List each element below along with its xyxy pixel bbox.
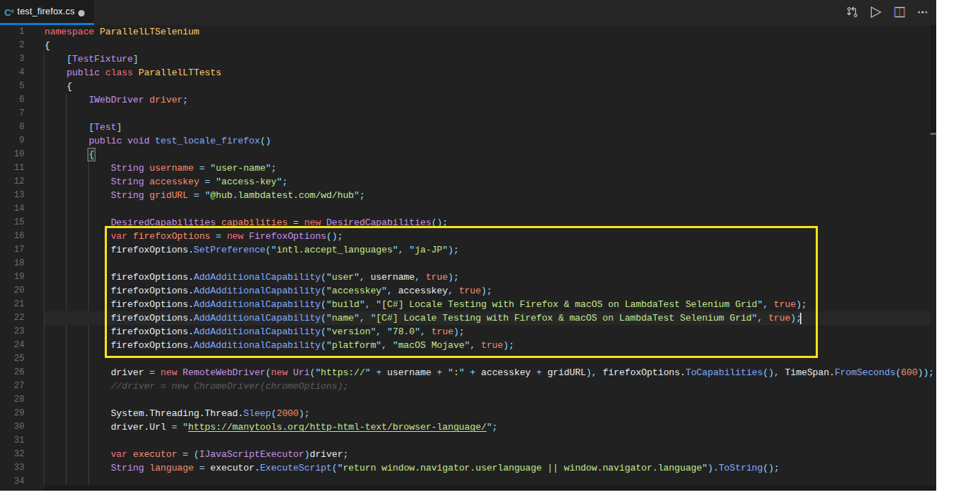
svg-text:#: #	[11, 8, 14, 14]
